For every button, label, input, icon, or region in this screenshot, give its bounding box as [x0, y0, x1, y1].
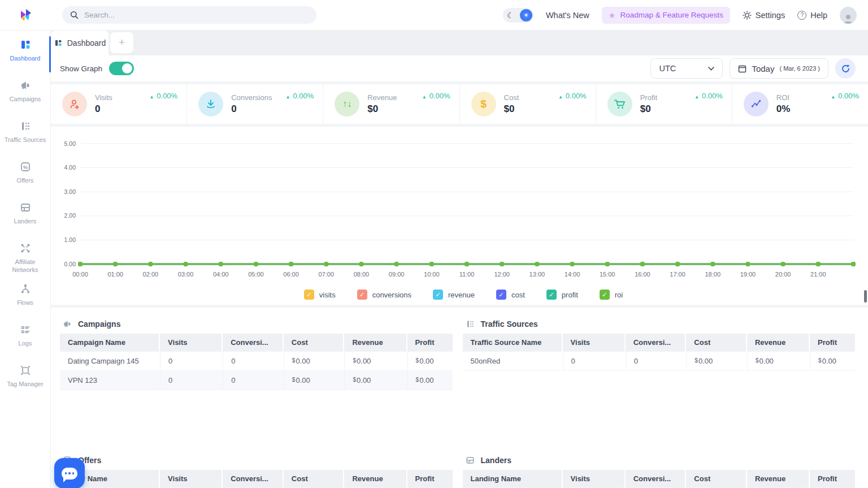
svg-text:09:00: 09:00	[389, 271, 405, 278]
sidebar-item-label: Tag Manager	[5, 381, 45, 388]
sidebar-item-campaigns[interactable]: Campaigns	[0, 79, 50, 111]
stat-card-visits[interactable]: Visits 0 0.00%	[51, 84, 187, 124]
theme-toggle[interactable]	[503, 8, 533, 23]
legend-item-roi[interactable]: ✓roi	[600, 290, 623, 300]
tab-dashboard[interactable]: Dashboard	[51, 31, 108, 55]
table-row[interactable]: VPN 12300$0.00$0.00$0.00	[60, 370, 453, 390]
add-tab-button[interactable]: +	[110, 32, 133, 53]
svg-text:12:00: 12:00	[494, 271, 510, 278]
svg-text:07:00: 07:00	[319, 271, 335, 278]
chat-button[interactable]	[54, 458, 85, 488]
column-header[interactable]: Revenue	[344, 334, 407, 351]
download-tray-icon	[198, 92, 223, 116]
legend-label: visits	[319, 291, 336, 299]
sidebar-item-dashboard[interactable]: Dashboard	[0, 38, 50, 70]
stat-value: 0%	[776, 103, 791, 115]
column-header[interactable]: Cost	[284, 470, 345, 487]
checkbox-checked-icon: ✓	[546, 290, 557, 300]
table-row[interactable]: 50onRed00$0.00$0.00$0.00	[463, 351, 856, 371]
traffic-sources-section: Traffic Sources Traffic Source NameVisit…	[463, 314, 856, 371]
column-header[interactable]: Conversi...	[626, 334, 687, 351]
moon-icon[interactable]	[507, 10, 514, 20]
svg-text:2.00: 2.00	[64, 212, 76, 219]
legend-item-revenue[interactable]: ✓revenue	[433, 290, 475, 300]
svg-text:16:00: 16:00	[635, 271, 650, 278]
table-row[interactable]: Dating Campaign 14500$0.00$0.00$0.00	[60, 351, 453, 370]
search-input[interactable]: Search...	[62, 6, 316, 24]
stat-card-roi[interactable]: ROI 0% 0.00%	[732, 84, 868, 124]
table-cell: $0.00	[686, 351, 747, 371]
column-header[interactable]: Visits	[160, 334, 223, 351]
network-icon	[19, 242, 32, 254]
timezone-select[interactable]: UTC	[650, 58, 723, 79]
column-header[interactable]: Cost	[284, 334, 345, 351]
star-icon	[609, 11, 616, 20]
app-logo[interactable]	[0, 7, 51, 23]
tab-label: Dashboard	[67, 38, 106, 47]
campaigns-section: Campaigns Campaign NameVisitsConversi...…	[60, 314, 453, 390]
column-header[interactable]: Profit	[407, 470, 453, 487]
sidebar-item-affiliate-networks[interactable]: Affiliate Networks	[0, 242, 50, 274]
checkbox-checked-icon: ✓	[304, 290, 314, 300]
stat-card-revenue[interactable]: ↑↓ Revenue $0 0.00%	[323, 84, 459, 124]
gear-icon	[743, 11, 752, 20]
column-header[interactable]: Profit	[407, 334, 453, 351]
column-header[interactable]: Visits	[563, 470, 626, 487]
svg-text:10:00: 10:00	[424, 271, 440, 278]
sidebar-item-traffic-sources[interactable]: Traffic Sources	[0, 120, 50, 152]
avatar[interactable]	[840, 7, 857, 24]
roadmap-button[interactable]: Roadmap & Feature Requests	[602, 7, 730, 24]
legend-item-cost[interactable]: ✓cost	[496, 290, 525, 300]
stat-change: 0.00%	[695, 92, 723, 100]
show-graph-toggle[interactable]	[109, 62, 134, 75]
column-header[interactable]: Cost	[686, 334, 747, 351]
column-header[interactable]: Cost	[686, 470, 747, 487]
stat-change: 0.00%	[558, 92, 587, 100]
column-header[interactable]: Revenue	[747, 470, 810, 487]
sidebar-item-offers[interactable]: % Offers	[0, 161, 50, 192]
svg-text:01:00: 01:00	[107, 271, 123, 278]
table-cell: $0.00	[284, 370, 345, 390]
column-header[interactable]: Landing Name	[463, 470, 563, 487]
column-header[interactable]: Conversi...	[223, 334, 284, 351]
legend-item-conversions[interactable]: ✓conversions	[357, 290, 411, 300]
whats-new-link[interactable]: What's New	[546, 11, 589, 20]
sidebar-item-logs[interactable]: Logs	[0, 323, 50, 355]
svg-text:03:00: 03:00	[178, 271, 194, 278]
column-header[interactable]: Profit	[810, 334, 855, 351]
date-label: Today	[752, 64, 774, 74]
column-header[interactable]: Profit	[810, 470, 855, 487]
settings-button[interactable]: Settings	[743, 11, 785, 20]
column-header[interactable]: Visits	[563, 334, 626, 351]
table-cell: $0.00	[344, 370, 407, 390]
column-header[interactable]: Conversi...	[626, 470, 687, 487]
column-header[interactable]: Conversi...	[223, 470, 284, 487]
date-picker-button[interactable]: Today ( Mar, 6 2023 )	[730, 58, 828, 79]
checkbox-checked-icon: ✓	[600, 290, 610, 300]
legend-item-visits[interactable]: ✓visits	[304, 290, 336, 300]
refresh-button[interactable]	[835, 58, 856, 79]
stat-card-profit[interactable]: Profit $0 0.00%	[596, 84, 732, 124]
dashboard-tab-icon	[54, 38, 63, 47]
trend-line-icon	[744, 92, 769, 116]
stat-card-conversions[interactable]: Conversions 0 0.00%	[187, 84, 323, 124]
column-header[interactable]: Revenue	[344, 470, 407, 487]
sun-icon[interactable]	[520, 9, 532, 21]
chart-section: 5.004.003.002.001.000.0000:0001:0002:000…	[51, 127, 868, 305]
table-cell: Dating Campaign 145	[60, 351, 160, 370]
column-header[interactable]: Revenue	[747, 334, 810, 351]
sidebar-item-landers[interactable]: Landers	[0, 201, 50, 233]
column-header[interactable]: Visits	[160, 470, 223, 487]
sidebar-item-tag-manager[interactable]: Tag Manager	[0, 364, 50, 396]
scrollbar-thumb[interactable]	[864, 290, 867, 303]
svg-text:0.00: 0.00	[64, 261, 76, 267]
dashboard-chart[interactable]: 5.004.003.002.001.000.0000:0001:0002:000…	[59, 133, 868, 284]
stat-card-cost[interactable]: $ Cost $0 0.00%	[460, 84, 596, 124]
campaigns-table: Campaign NameVisitsConversi...CostRevenu…	[60, 334, 453, 390]
sidebar-item-flows[interactable]: Flows	[0, 283, 50, 314]
date-detail: ( Mar, 6 2023 )	[779, 65, 820, 72]
legend-item-profit[interactable]: ✓profit	[546, 290, 578, 300]
column-header[interactable]: Campaign Name	[60, 334, 160, 351]
help-button[interactable]: Help	[797, 11, 827, 20]
column-header[interactable]: Traffic Source Name	[463, 334, 563, 351]
